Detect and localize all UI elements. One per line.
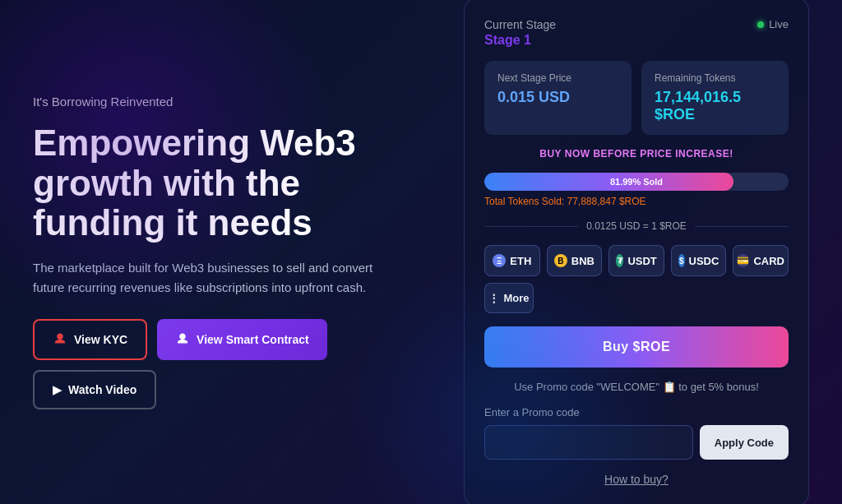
promo-section: Enter a Promo code Apply Code [484, 406, 789, 460]
progress-container: 81.99% Sold Total Tokens Sold: 77,888,84… [484, 173, 789, 207]
eth-icon: Ξ [493, 254, 506, 267]
left-section: It's Borrowing Reinvented Empowering Web… [33, 95, 431, 409]
next-stage-price-box: Next Stage Price 0.015 USD [484, 61, 632, 135]
remaining-label: Remaining Tokens [655, 72, 775, 84]
payment-usdt-button[interactable]: ₮ USDT [608, 245, 664, 276]
usdc-label: USDC [689, 255, 719, 267]
remaining-value: 17,144,016.5 $ROE [655, 89, 775, 123]
eth-label: ETH [510, 255, 531, 267]
bnb-label: BNB [571, 255, 594, 267]
live-label: Live [769, 18, 789, 30]
payment-bnb-button[interactable]: B BNB [547, 245, 603, 276]
payment-card-button[interactable]: 💳 CARD [733, 245, 789, 276]
tokens-sold-value: 77,888,847 $ROE [567, 196, 646, 207]
cta-buttons: View KYC View Smart Contract ▶ Watch Vid… [33, 319, 431, 409]
payment-methods: Ξ ETH B BNB ₮ USDT $ USDC 💳 CARD ⋮ More [484, 245, 789, 313]
usdc-icon: $ [678, 254, 685, 267]
progress-bar-fill [484, 173, 733, 191]
kyc-button[interactable]: View KYC [33, 319, 147, 360]
promo-hint-prefix: Use Promo code "WELCOME" [514, 381, 662, 393]
more-icon: ⋮ [488, 292, 499, 304]
stage-info: Current Stage Stage 1 [484, 18, 556, 48]
contract-icon [175, 332, 190, 347]
card-icon: 💳 [737, 254, 749, 267]
tokens-sold-text: Total Tokens Sold: 77,888,847 $ROE [484, 196, 789, 207]
purchase-card: Current Stage Stage 1 Live Next Stage Pr… [464, 0, 809, 504]
smart-contract-button[interactable]: View Smart Contract [157, 319, 327, 360]
copy-icon[interactable]: 📋 [663, 381, 676, 393]
rate-text: 0.0125 USD = 1 $ROE [586, 220, 687, 232]
current-stage-label: Current Stage [484, 18, 556, 31]
stage-value: Stage 1 [484, 33, 556, 48]
how-to-buy-link[interactable]: How to buy? [484, 473, 789, 486]
rate-divider: 0.0125 USD = 1 $ROE [484, 220, 789, 232]
more-label: More [503, 292, 529, 304]
progress-label: 81.99% Sold [610, 177, 663, 187]
kyc-icon [53, 332, 67, 347]
headline: Empowering Web3growth with thefunding it… [33, 123, 431, 243]
payment-usdc-button[interactable]: $ USDC [671, 245, 727, 276]
payment-eth-button[interactable]: Ξ ETH [484, 245, 540, 276]
divider-right [695, 226, 789, 227]
usdt-icon: ₮ [616, 254, 623, 267]
tagline: It's Borrowing Reinvented [33, 95, 431, 109]
description: The marketplace built for Web3 businesse… [33, 258, 395, 298]
live-dot-icon [757, 21, 764, 28]
bnb-icon: B [554, 254, 567, 267]
payment-more-button[interactable]: ⋮ More [484, 283, 534, 313]
buy-button[interactable]: Buy $ROE [484, 326, 789, 368]
play-icon: ▶ [53, 383, 62, 396]
promo-input-row: Apply Code [484, 425, 789, 460]
promo-hint-suffix: to get 5% bonus! [678, 381, 759, 393]
usdt-label: USDT [627, 255, 656, 267]
apply-code-button[interactable]: Apply Code [700, 425, 789, 460]
live-badge: Live [757, 18, 789, 30]
progress-bar-background: 81.99% Sold [484, 173, 789, 191]
promo-input[interactable] [484, 425, 693, 460]
price-row: Next Stage Price 0.015 USD Remaining Tok… [484, 61, 789, 135]
card-label: CARD [753, 255, 784, 267]
divider-left [484, 226, 578, 227]
watch-video-button[interactable]: ▶ Watch Video [33, 370, 156, 409]
urgency-text: BUY NOW BEFORE PRICE INCREASE! [484, 148, 789, 160]
card-header: Current Stage Stage 1 Live [484, 18, 789, 48]
remaining-tokens-box: Remaining Tokens 17,144,016.5 $ROE [641, 61, 789, 135]
tokens-sold-prefix: Total Tokens Sold: [484, 196, 567, 207]
next-stage-value: 0.015 USD [497, 89, 618, 106]
promo-label: Enter a Promo code [484, 406, 789, 418]
promo-hint: Use Promo code "WELCOME" 📋 to get 5% bon… [484, 381, 789, 393]
next-stage-label: Next Stage Price [497, 72, 618, 84]
